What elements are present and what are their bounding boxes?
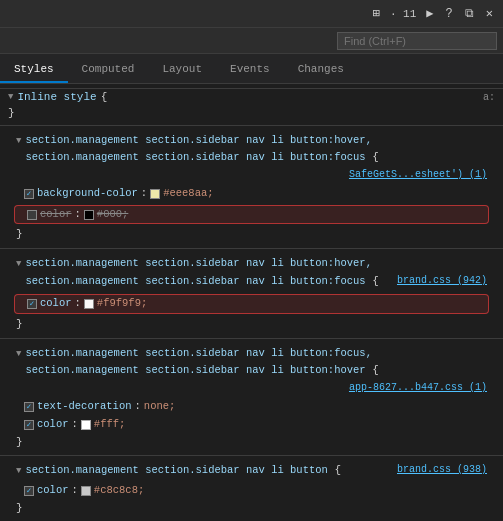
rule3-color-name: color	[37, 416, 69, 434]
arrow-icon[interactable]: ▶	[422, 4, 437, 23]
toolbar-count: · 11	[388, 6, 418, 22]
rule2-color-value: #f9f9f9;	[97, 295, 147, 313]
rule3-color-colon: :	[72, 416, 78, 434]
rule1-bg-checkbox[interactable]	[24, 189, 34, 199]
rule3-selectors: section.management section.sidebar nav l…	[25, 345, 487, 396]
rule-block-4: ▼ section.management section.sidebar nav…	[0, 458, 503, 519]
rule2-color-colon: :	[75, 295, 81, 313]
rule3-arrow[interactable]: ▼	[16, 347, 21, 361]
top-toolbar: ⊞ · 11 ▶ ? ⧉ ✕	[0, 0, 503, 28]
tab-computed[interactable]: Computed	[68, 57, 149, 83]
rule1-selector-text: section.management section.sidebar nav l…	[25, 134, 372, 164]
rule-block-2: ▼ section.management section.sidebar nav…	[0, 251, 503, 336]
rule4-source-link[interactable]: brand.css (938)	[397, 462, 487, 478]
rule2-selector-text: section.management section.sidebar nav l…	[25, 257, 372, 287]
rule-block-1: ▼ section.management section.sidebar nav…	[0, 128, 503, 246]
rule1-color-name: color	[40, 206, 72, 224]
rule3-source-link[interactable]: app-8627...b447.css (1)	[349, 380, 487, 396]
rule2-prop-color-highlighted: color : #f9f9f9;	[14, 294, 489, 314]
rule2-color-swatch[interactable]	[84, 299, 94, 309]
rule1-prop-bg: background-color : #eee8aa;	[8, 185, 495, 203]
inline-style-a-label: a:	[483, 92, 495, 103]
rule4-selectors: section.management section.sidebar nav l…	[25, 462, 487, 480]
rule4-open-brace: {	[334, 464, 341, 476]
rule1-selectors: section.management section.sidebar nav l…	[25, 132, 487, 183]
rule4-close-brace: }	[8, 500, 495, 518]
rule2-color-name: color	[40, 295, 72, 313]
rule2-header: ▼ section.management section.sidebar nav…	[8, 253, 495, 292]
rule3-close-brace: }	[8, 434, 495, 452]
tab-layout[interactable]: Layout	[148, 57, 216, 83]
divider-4	[0, 455, 503, 456]
inline-style-header: ▼ Inline style { a:	[0, 88, 503, 105]
rule1-color-checkbox[interactable]	[27, 210, 37, 220]
inline-style-triangle[interactable]: ▼	[8, 92, 13, 102]
rule4-prop-color: color : #c8c8c8;	[8, 482, 495, 500]
rule1-bg-swatch[interactable]	[150, 189, 160, 199]
rule2-arrow[interactable]: ▼	[16, 257, 21, 271]
find-bar	[0, 28, 503, 54]
rule3-textdec-name: text-decoration	[37, 398, 132, 416]
rule4-header: ▼ section.management section.sidebar nav…	[8, 460, 495, 482]
rule4-arrow[interactable]: ▼	[16, 464, 21, 478]
divider-3	[0, 338, 503, 339]
rule4-selector-text: section.management section.sidebar nav l…	[25, 464, 327, 476]
rule3-textdec-checkbox[interactable]	[24, 402, 34, 412]
inline-style-label: Inline style	[17, 91, 96, 103]
rule4-color-name: color	[37, 482, 69, 500]
inline-style-close: }	[0, 105, 503, 123]
screen-icon[interactable]: ⊞	[369, 4, 384, 23]
question-icon[interactable]: ?	[442, 5, 457, 23]
inline-style-open-brace: {	[101, 91, 108, 103]
rule3-header: ▼ section.management section.sidebar nav…	[8, 343, 495, 398]
divider-2	[0, 248, 503, 249]
rule3-textdec-colon: :	[135, 398, 141, 416]
rule3-color-value: #fff;	[94, 416, 126, 434]
rule4-color-value: #c8c8c8;	[94, 482, 144, 500]
rule1-header: ▼ section.management section.sidebar nav…	[8, 130, 495, 185]
rule3-textdec-value: none;	[144, 398, 176, 416]
rule2-source-link[interactable]: brand.css (942)	[397, 273, 487, 289]
rule1-source-link[interactable]: SafeGetS...esheet') (1)	[349, 167, 487, 183]
rule3-color-swatch[interactable]	[81, 420, 91, 430]
rule3-prop-textdec: text-decoration : none;	[8, 398, 495, 416]
rule1-bg-name: background-color	[37, 185, 138, 203]
copy-icon[interactable]: ⧉	[461, 5, 478, 23]
rule1-bg-colon: :	[141, 185, 147, 203]
rule1-open-brace: {	[372, 151, 379, 163]
rule4-color-swatch[interactable]	[81, 486, 91, 496]
rule1-arrow[interactable]: ▼	[16, 134, 21, 148]
rule1-close-brace: }	[8, 226, 495, 244]
tab-styles[interactable]: Styles	[0, 57, 68, 83]
rule2-color-checkbox[interactable]	[27, 299, 37, 309]
divider-1	[0, 125, 503, 126]
rule2-close-brace: }	[8, 316, 495, 334]
rule2-open-brace: {	[372, 275, 379, 287]
rule2-selectors: section.management section.sidebar nav l…	[25, 255, 487, 290]
rule1-color-value: #000;	[97, 206, 129, 224]
styles-panel: ▼ Inline style { a: } ▼ section.manageme…	[0, 84, 503, 521]
rule1-color-swatch[interactable]	[84, 210, 94, 220]
close-icon[interactable]: ✕	[482, 4, 497, 23]
rule4-color-checkbox[interactable]	[24, 486, 34, 496]
rule1-prop-color-highlighted: color : #000;	[14, 205, 489, 225]
find-input[interactable]	[337, 32, 497, 50]
tab-events[interactable]: Events	[216, 57, 284, 83]
rule3-prop-color: color : #fff;	[8, 416, 495, 434]
rule4-color-colon: :	[72, 482, 78, 500]
rule1-color-colon: :	[75, 206, 81, 224]
rule1-bg-value: #eee8aa;	[163, 185, 213, 203]
rule-block-3: ▼ section.management section.sidebar nav…	[0, 341, 503, 453]
rule3-color-checkbox[interactable]	[24, 420, 34, 430]
tab-changes[interactable]: Changes	[284, 57, 358, 83]
rule3-open-brace: {	[372, 364, 379, 376]
rule3-selector-text: section.management section.sidebar nav l…	[25, 347, 372, 377]
tabs-bar: Styles Computed Layout Events Changes	[0, 54, 503, 84]
